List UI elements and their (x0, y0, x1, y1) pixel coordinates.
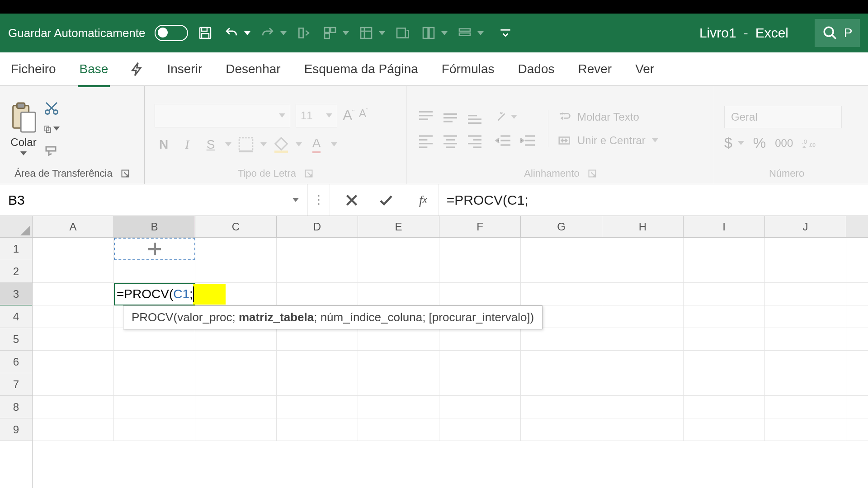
dialog-launcher-icon[interactable] (121, 169, 130, 178)
tab-view[interactable]: Ver (633, 59, 656, 79)
col-header[interactable]: G (521, 216, 602, 237)
increase-decimal-button[interactable]: .0.00 (802, 137, 817, 150)
copy-icon[interactable] (43, 121, 60, 137)
undo-group[interactable] (222, 24, 250, 42)
tab-review[interactable]: Rever (576, 59, 613, 79)
chevron-down-icon[interactable] (343, 31, 349, 35)
toggle-switch[interactable] (155, 25, 188, 41)
cut-icon[interactable] (43, 100, 60, 116)
formula-bar-dots[interactable]: ⋮ (307, 184, 330, 216)
bold-button[interactable]: N (155, 136, 173, 154)
borders-button[interactable] (237, 136, 255, 154)
chevron-down-icon[interactable] (20, 151, 27, 155)
chevron-down-icon[interactable] (260, 142, 267, 146)
thousands-button[interactable]: 000 (775, 137, 793, 150)
number-format-select[interactable]: Geral (724, 106, 842, 128)
col-header[interactable]: B (114, 216, 195, 237)
customize-qat-icon[interactable] (496, 24, 514, 42)
col-header[interactable]: A (33, 216, 114, 237)
col-header[interactable]: J (765, 216, 846, 237)
chevron-down-icon[interactable] (244, 31, 250, 35)
formula-input[interactable]: =PROCV(C1; (439, 184, 868, 216)
font-size-select[interactable]: 11 (296, 104, 337, 127)
cells-area[interactable]: =PROCV(C1; PROCV(valor_proc; matriz_tabe… (33, 238, 868, 441)
align-bottom-icon[interactable] (466, 109, 484, 125)
tooltip-arg2[interactable]: matriz_tabela (239, 310, 314, 324)
name-box[interactable]: B3 (0, 184, 307, 216)
enter-icon[interactable] (378, 192, 394, 208)
col-header[interactable]: D (277, 216, 358, 237)
currency-button[interactable]: $ (724, 135, 744, 151)
tab-page-layout[interactable]: Esquema da Página (302, 59, 420, 79)
tab-home[interactable]: Base (78, 59, 110, 79)
dialog-launcher-icon[interactable] (304, 169, 313, 178)
row-header[interactable]: 5 (0, 328, 32, 351)
col-header[interactable]: F (439, 216, 521, 237)
row-header[interactable]: 9 (0, 418, 32, 441)
qat-icon-1[interactable] (321, 24, 349, 42)
row-header[interactable]: 4 (0, 305, 32, 328)
row-header[interactable]: 7 (0, 373, 32, 396)
qat-icon-2[interactable] (357, 24, 385, 42)
paste-button[interactable]: Colar (10, 102, 37, 155)
row-header[interactable]: 6 (0, 351, 32, 373)
align-middle-icon[interactable] (441, 109, 459, 125)
tab-draw[interactable]: Desenhar (224, 59, 282, 79)
underline-button[interactable]: S (202, 136, 220, 154)
active-cell-b3[interactable]: =PROCV(C1; (114, 283, 195, 305)
save-icon[interactable] (196, 24, 214, 42)
spreadsheet-grid[interactable]: 1 2 3 4 5 6 7 8 9 A B C D E F G H I J (0, 216, 868, 488)
shrink-font-icon[interactable]: Aˇ (359, 107, 368, 124)
tab-data[interactable]: Dados (516, 59, 557, 79)
select-all-corner[interactable] (0, 216, 32, 238)
referenced-cell-c1[interactable] (114, 238, 195, 260)
row-header[interactable]: 8 (0, 396, 32, 418)
fx-icon[interactable]: fx (408, 184, 439, 216)
tooltip-arg4[interactable]: [procurar_intervalo] (429, 310, 530, 324)
chevron-down-icon[interactable] (292, 198, 299, 202)
align-center-icon[interactable] (441, 133, 459, 148)
bolt-icon[interactable] (130, 61, 145, 77)
autosave-toggle[interactable]: Guardar Automaticamente (8, 25, 188, 41)
tab-file[interactable]: Ficheiro (9, 59, 58, 79)
inc-indent-icon[interactable] (519, 133, 537, 148)
font-color-button[interactable]: A (307, 136, 326, 154)
row-header[interactable]: 2 (0, 260, 32, 283)
row-header[interactable]: 3 (0, 283, 32, 305)
undo-icon[interactable] (222, 24, 241, 42)
chevron-down-icon[interactable] (379, 31, 385, 35)
chevron-down-icon[interactable] (225, 142, 231, 146)
chevron-down-icon[interactable] (296, 142, 302, 146)
merge-center-button[interactable]: Unir e Centrar (557, 134, 658, 147)
tooltip-fn[interactable]: PROCV (132, 310, 173, 324)
redo-icon[interactable] (259, 24, 277, 42)
align-right-icon[interactable] (466, 133, 484, 148)
tab-insert[interactable]: Inserir (165, 59, 204, 79)
chevron-down-icon[interactable] (331, 142, 337, 146)
qat-icon-3[interactable] (393, 24, 411, 42)
row-header[interactable]: 1 (0, 238, 32, 260)
chevron-down-icon[interactable] (477, 31, 484, 35)
fill-color-button[interactable] (272, 136, 290, 154)
dialog-launcher-icon[interactable] (588, 169, 597, 178)
percent-button[interactable]: % (753, 135, 766, 151)
col-header[interactable]: I (684, 216, 765, 237)
chevron-down-icon[interactable] (280, 31, 287, 35)
touch-icon[interactable] (295, 24, 313, 42)
align-left-icon[interactable] (417, 133, 435, 148)
align-top-icon[interactable] (417, 109, 435, 125)
format-painter-icon[interactable] (43, 141, 60, 158)
cancel-icon[interactable] (344, 192, 360, 208)
redo-group[interactable] (259, 24, 287, 42)
grow-font-icon[interactable]: Aˆ (343, 107, 354, 124)
tooltip-arg1[interactable]: valor_proc (177, 310, 232, 324)
col-header[interactable]: H (602, 216, 684, 237)
search-button[interactable]: P (815, 19, 860, 47)
chevron-down-icon[interactable] (652, 138, 658, 142)
col-header[interactable]: C (195, 216, 277, 237)
orientation-button[interactable] (495, 109, 517, 125)
dec-indent-icon[interactable] (495, 133, 513, 148)
chevron-down-icon[interactable] (441, 31, 448, 35)
col-header[interactable]: E (358, 216, 439, 237)
qat-icon-4[interactable] (420, 24, 448, 42)
